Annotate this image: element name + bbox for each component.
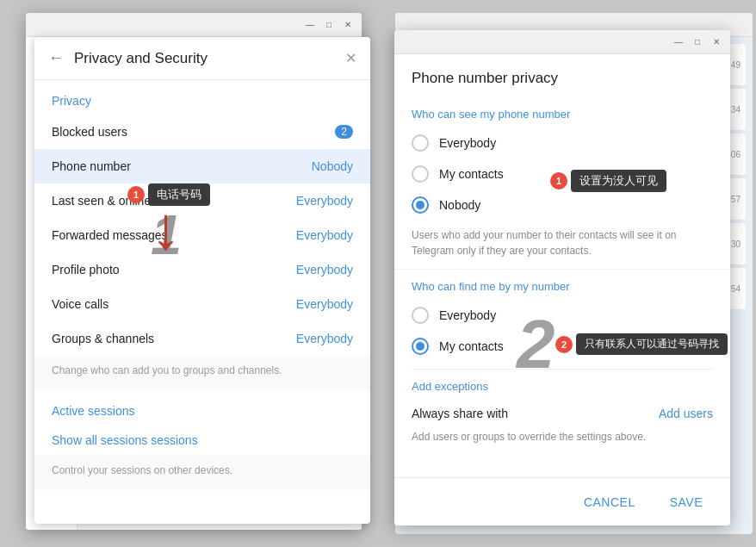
privacy-panel: ← Privacy and Security ✕ Privacy Blocked… (34, 37, 370, 524)
add-users-link[interactable]: Add users (659, 407, 713, 420)
phone-number-value: Nobody (312, 159, 353, 173)
everybody-radio-see[interactable] (412, 134, 429, 152)
window-titlebar: — □ ✕ (26, 13, 362, 37)
dialog-main-title: Phone number privacy (394, 54, 730, 97)
who-can-find-title: Who can find me by my number (394, 270, 730, 300)
everybody-option-see[interactable]: Everybody (394, 127, 730, 159)
blocked-users-item[interactable]: Blocked users 2 (34, 115, 370, 149)
annotation-number-right-2: 2 (555, 336, 573, 353)
all-sessions-link[interactable]: all sessions (85, 433, 147, 447)
privacy-close-button[interactable]: ✕ (345, 50, 356, 66)
groups-hint: Change who can add you to groups and cha… (34, 356, 370, 390)
who-can-see-title: Who can see my phone number (394, 97, 730, 127)
last-seen-value: Everybody (296, 194, 353, 208)
big-arrow-down: ↓ (151, 198, 181, 258)
dialog-maximize-btn[interactable]: □ (691, 35, 704, 49)
exceptions-section: Add exceptions Always share with Add use… (394, 370, 730, 453)
phone-number-label: Phone number (52, 159, 131, 173)
voice-calls-label: Voice calls (52, 297, 108, 311)
exceptions-title: Add exceptions (412, 380, 713, 393)
blocked-users-label: Blocked users (52, 125, 127, 139)
blocked-users-badge: 2 (335, 125, 353, 139)
sessions-suffix: sessions (151, 433, 197, 447)
voice-calls-item[interactable]: Voice calls Everybody (34, 287, 370, 321)
dialog-content: Phone number privacy Who can see my phon… (394, 54, 730, 477)
large-number-2: 2 (517, 310, 555, 379)
privacy-section-title: Privacy (34, 80, 370, 115)
back-button[interactable]: ← (48, 49, 64, 67)
nobody-label-see: Nobody (439, 198, 480, 212)
dialog-titlebar: — □ ✕ (394, 30, 730, 54)
show-sessions-item[interactable]: Show all sessions sessions (34, 425, 370, 456)
show-sessions-label: Show (52, 433, 82, 447)
my-contacts-radio-find[interactable] (412, 338, 429, 355)
profile-photo-item[interactable]: Profile photo Everybody (34, 252, 370, 287)
profile-photo-value: Everybody (296, 263, 353, 277)
nobody-option-see[interactable]: Nobody (394, 190, 730, 221)
annotation-right-1: 1 设置为没人可见 (550, 170, 666, 192)
my-contacts-radio-see[interactable] (412, 165, 429, 183)
privacy-panel-title: Privacy and Security (74, 50, 335, 67)
exceptions-hint: Add users or groups to override the sett… (412, 427, 713, 450)
annotation-number-right-1: 1 (550, 172, 567, 190)
maximize-btn[interactable]: □ (322, 18, 336, 32)
sessions-hint: Control your sessions on other devices. (34, 456, 370, 490)
cancel-button[interactable]: CANCEL (570, 488, 649, 516)
groups-channels-label: Groups & channels (52, 332, 154, 345)
groups-channels-item[interactable]: Groups & channels Everybody (34, 321, 370, 356)
phone-privacy-hint: Users who add your number to their conta… (394, 221, 730, 270)
voice-calls-value: Everybody (296, 297, 353, 311)
dialog-footer: CANCEL SAVE (394, 477, 730, 525)
privacy-header: ← Privacy and Security ✕ (34, 37, 370, 80)
everybody-option-find[interactable]: Everybody (394, 300, 730, 331)
active-sessions-title: Active sessions (34, 390, 370, 425)
privacy-content: Privacy Blocked users 2 Phone number Nob… (34, 80, 370, 522)
annotation-number-1: 1 (127, 186, 145, 203)
phone-privacy-dialog: — □ ✕ Phone number privacy Who can see m… (394, 30, 730, 525)
everybody-radio-find[interactable] (412, 307, 429, 324)
my-contacts-label-see: My contacts (439, 167, 504, 181)
always-share-row: Always share with Add users (412, 400, 713, 427)
annotation-bubble-right-1: 设置为没人可见 (571, 170, 666, 192)
everybody-label-see: Everybody (439, 136, 496, 150)
phone-number-item[interactable]: Phone number Nobody (34, 149, 370, 183)
nobody-radio-see[interactable] (412, 196, 429, 214)
minimize-btn[interactable]: — (303, 18, 317, 32)
profile-photo-label: Profile photo (52, 263, 120, 277)
annotation-right-2: 2 只有联系人可以通过号码寻找 (555, 333, 728, 355)
dialog-minimize-btn[interactable]: — (672, 35, 685, 49)
annotation-bubble-left: 电话号码 (148, 183, 210, 206)
groups-channels-value: Everybody (296, 332, 353, 345)
my-contacts-label-find: My contacts (439, 339, 504, 353)
annotation-left: 1 电话号码 (127, 183, 210, 206)
close-btn-left[interactable]: ✕ (341, 18, 355, 32)
everybody-label-find: Everybody (439, 308, 496, 322)
forwarded-messages-value: Everybody (296, 228, 353, 242)
always-share-label: Always share with (412, 407, 508, 420)
annotation-bubble-right-2: 只有联系人可以通过号码寻找 (576, 333, 728, 355)
forwarded-messages-item[interactable]: Forwarded messages Everybody (34, 218, 370, 252)
save-button[interactable]: SAVE (656, 488, 716, 516)
dialog-close-btn[interactable]: ✕ (710, 35, 723, 49)
